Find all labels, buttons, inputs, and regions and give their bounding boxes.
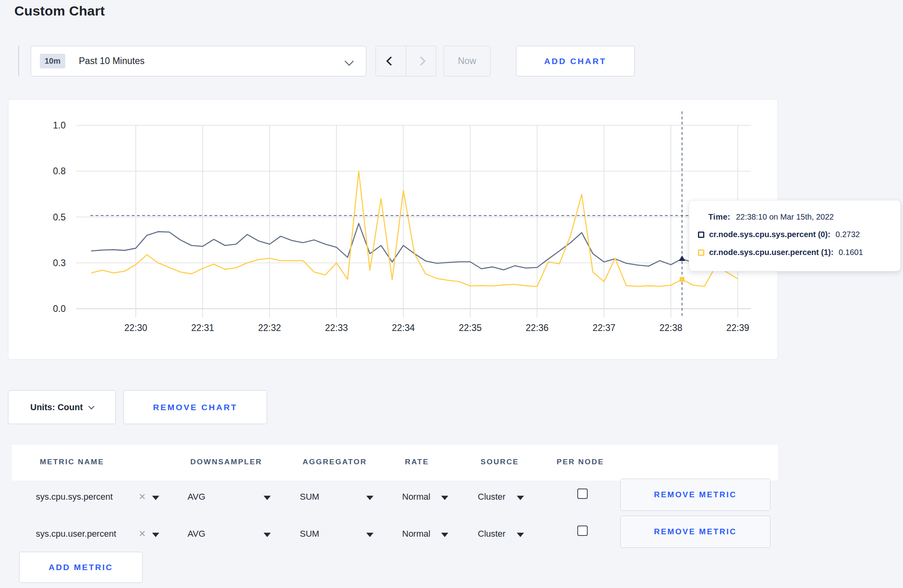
downsampler-select[interactable]: AVG: [188, 492, 205, 502]
metric-row: sys.cpu.sys.percent ✕ AVG SUM Normal Clu…: [12, 481, 778, 518]
tooltip-series-row: cr.node.sys.cpu.user.percent (1): 0.1601: [698, 248, 863, 257]
aggregator-select[interactable]: SUM: [300, 529, 319, 539]
chart-tooltip: Time:22:38:10 on Mar 15th, 2022 cr.node.…: [689, 200, 901, 271]
column-header-source: SOURCE: [481, 458, 519, 466]
page-title: Custom Chart: [14, 3, 105, 19]
source-select[interactable]: Cluster: [478, 529, 506, 539]
caret-down-icon[interactable]: [517, 533, 524, 537]
y-tick-label: 1.0: [53, 120, 66, 130]
series-user-swatch-icon: [698, 249, 704, 256]
tooltip-time-value: 22:38:10 on Mar 15th, 2022: [736, 212, 834, 221]
aggregator-select[interactable]: SUM: [300, 492, 319, 502]
x-tick-label: 22:33: [325, 323, 348, 333]
y-tick-label: 0.0: [53, 304, 66, 314]
x-tick-label: 22:34: [392, 323, 415, 333]
per-node-checkbox[interactable]: [577, 526, 588, 536]
y-tick-label: 0.8: [53, 166, 66, 176]
units-select[interactable]: Units: Count: [8, 390, 116, 424]
caret-down-icon[interactable]: [441, 533, 448, 537]
next-range-button[interactable]: [406, 46, 436, 76]
clear-metric-icon[interactable]: ✕: [139, 529, 146, 539]
caret-down-icon[interactable]: [366, 496, 373, 500]
metrics-table-header: METRIC NAME DOWNSAMPLER AGGREGATOR RATE …: [12, 445, 778, 481]
cpu-usage-chart: 0.00.30.50.81.022:3022:3122:3222:3322:34…: [8, 99, 778, 360]
chart-card: 0.00.30.50.81.022:3022:3122:3222:3322:34…: [8, 99, 778, 360]
caret-down-icon[interactable]: [264, 533, 271, 537]
add-chart-button[interactable]: ADD CHART: [516, 46, 635, 76]
time-range-label: Past 10 Minutes: [79, 56, 145, 66]
x-tick-label: 22:30: [124, 323, 147, 333]
tooltip-series-name: cr.node.sys.cpu.user.percent (1):: [709, 248, 833, 257]
caret-down-icon[interactable]: [441, 496, 448, 500]
y-tick-label: 0.5: [53, 212, 66, 222]
caret-down-icon[interactable]: [517, 496, 524, 500]
rate-select[interactable]: Normal: [402, 492, 430, 502]
source-select[interactable]: Cluster: [478, 492, 506, 502]
column-header-per-node: PER NODE: [557, 458, 604, 466]
remove-metric-button[interactable]: REMOVE METRIC: [620, 479, 770, 511]
user-percent-line: [91, 171, 738, 286]
remove-chart-button[interactable]: REMOVE CHART: [123, 390, 267, 424]
series-sys-swatch-icon: [698, 232, 704, 238]
caret-down-icon[interactable]: [152, 496, 159, 500]
tooltip-time-row: Time:22:38:10 on Mar 15th, 2022: [708, 212, 834, 222]
x-tick-label: 22:38: [659, 323, 682, 333]
time-range-select[interactable]: 10m Past 10 Minutes: [31, 46, 366, 76]
x-tick-label: 22:31: [191, 323, 214, 333]
chevron-down-icon: [88, 403, 95, 410]
remove-metric-button[interactable]: REMOVE METRIC: [620, 516, 770, 548]
x-tick-label: 22:39: [726, 323, 749, 333]
caret-down-icon[interactable]: [152, 533, 159, 537]
tooltip-series-row: cr.node.sys.cpu.sys.percent (0): 0.2732: [698, 230, 860, 239]
tooltip-series-name: cr.node.sys.cpu.sys.percent (0):: [709, 230, 831, 239]
prev-range-button[interactable]: [376, 46, 406, 76]
sys-hover-marker: [679, 255, 685, 261]
range-step-group: [375, 46, 436, 76]
caret-down-icon[interactable]: [366, 533, 373, 537]
x-tick-label: 22:35: [459, 323, 482, 333]
metric-name-value[interactable]: sys.cpu.user.percent: [36, 529, 116, 539]
x-tick-label: 22:37: [592, 323, 616, 333]
tooltip-series-value: 0.1601: [838, 248, 863, 257]
per-node-checkbox[interactable]: [577, 489, 588, 499]
column-header-aggregator: AGGREGATOR: [303, 458, 367, 466]
toolbar-divider: [18, 46, 19, 76]
metric-name-value[interactable]: sys.cpu.sys.percent: [36, 492, 113, 502]
rate-select[interactable]: Normal: [402, 529, 430, 539]
downsampler-select[interactable]: AVG: [188, 529, 205, 539]
x-tick-label: 22:36: [526, 323, 549, 333]
column-header-metric-name: METRIC NAME: [40, 458, 104, 466]
column-header-downsampler: DOWNSAMPLER: [190, 458, 262, 466]
x-tick-label: 22:32: [258, 323, 281, 333]
tooltip-series-value: 0.2732: [836, 230, 860, 239]
units-label: Units: Count: [30, 402, 83, 413]
column-header-rate: RATE: [405, 458, 429, 466]
caret-down-icon[interactable]: [264, 496, 271, 500]
tooltip-time-label: Time:: [708, 212, 730, 221]
chevron-right-icon: [416, 56, 426, 66]
chevron-down-icon: [345, 57, 354, 66]
metric-row: sys.cpu.user.percent ✕ AVG SUM Normal Cl…: [12, 518, 778, 555]
clear-metric-icon[interactable]: ✕: [139, 492, 146, 502]
user-hover-marker: [680, 277, 684, 282]
add-metric-button[interactable]: ADD METRIC: [19, 552, 143, 583]
duration-badge: 10m: [40, 54, 65, 68]
chevron-left-icon: [386, 56, 395, 66]
y-tick-label: 0.3: [53, 258, 66, 268]
now-button[interactable]: Now: [444, 46, 491, 76]
